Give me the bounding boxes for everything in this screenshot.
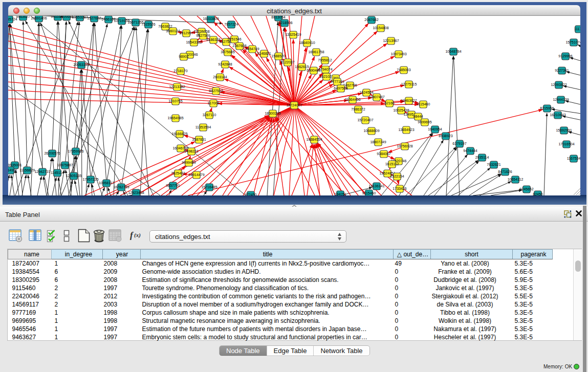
svg-text:16210643: 16210643 bbox=[550, 113, 565, 117]
svg-text:8471626: 8471626 bbox=[498, 170, 512, 173]
svg-text:15692991: 15692991 bbox=[556, 128, 572, 132]
svg-text:26206576: 26206576 bbox=[44, 151, 60, 155]
svg-text:12275115: 12275115 bbox=[401, 82, 417, 86]
svg-text:15716485: 15716485 bbox=[201, 185, 217, 189]
svg-text:9115460: 9115460 bbox=[417, 102, 430, 106]
svg-text:18300295: 18300295 bbox=[265, 112, 280, 115]
svg-text:9227341: 9227341 bbox=[555, 69, 569, 72]
svg-text:12093822: 12093822 bbox=[551, 83, 567, 86]
svg-text:17957225: 17957225 bbox=[82, 178, 98, 181]
svg-text:19218506: 19218506 bbox=[276, 21, 292, 25]
svg-text:98444: 98444 bbox=[413, 115, 423, 118]
svg-text:15720407: 15720407 bbox=[357, 118, 373, 122]
svg-text:1527602: 1527602 bbox=[87, 16, 101, 20]
svg-text:10154808: 10154808 bbox=[373, 26, 388, 30]
svg-text:16914479: 16914479 bbox=[188, 173, 204, 177]
svg-text:10958117: 10958117 bbox=[99, 181, 115, 185]
svg-text:11353594: 11353594 bbox=[195, 125, 211, 129]
svg-text:20053346: 20053346 bbox=[73, 63, 89, 67]
svg-text:11156829: 11156829 bbox=[19, 168, 35, 172]
svg-text:7857224: 7857224 bbox=[224, 23, 238, 26]
svg-text:10025438: 10025438 bbox=[393, 108, 409, 112]
svg-text:9474444: 9474444 bbox=[463, 149, 477, 152]
svg-text:7515526: 7515526 bbox=[141, 23, 155, 26]
svg-text:7955812: 7955812 bbox=[318, 58, 332, 62]
svg-text:62160: 62160 bbox=[384, 101, 395, 105]
svg-text:1167534: 1167534 bbox=[567, 157, 580, 160]
svg-text:5498222: 5498222 bbox=[184, 149, 198, 153]
svg-text:9857791: 9857791 bbox=[166, 184, 180, 187]
svg-text:1145114: 1145114 bbox=[51, 171, 64, 174]
svg-text:21364456: 21364456 bbox=[344, 98, 360, 101]
svg-text:3587831: 3587831 bbox=[192, 138, 206, 141]
svg-text:2718170: 2718170 bbox=[173, 69, 187, 73]
svg-text:13654923: 13654923 bbox=[398, 128, 414, 132]
svg-text:6497508: 6497508 bbox=[334, 86, 347, 90]
svg-text:12213382: 12213382 bbox=[169, 85, 185, 89]
svg-text:15751074: 15751074 bbox=[565, 40, 580, 44]
svg-text:8427512: 8427512 bbox=[209, 89, 223, 93]
svg-text:18807249: 18807249 bbox=[370, 140, 386, 144]
svg-text:2603144: 2603144 bbox=[213, 75, 227, 79]
svg-text:6379197: 6379197 bbox=[452, 142, 466, 145]
svg-text:2367608: 2367608 bbox=[232, 44, 246, 48]
svg-text:2751546: 2751546 bbox=[227, 37, 241, 41]
svg-text:10648784: 10648784 bbox=[445, 50, 461, 53]
svg-text:9115460: 9115460 bbox=[362, 191, 376, 195]
svg-text:9099489: 9099489 bbox=[182, 161, 195, 164]
svg-text:117008: 117008 bbox=[208, 101, 220, 105]
svg-text:9245652: 9245652 bbox=[519, 187, 533, 191]
svg-text:1640954: 1640954 bbox=[428, 127, 442, 131]
svg-text:6794074: 6794074 bbox=[318, 68, 332, 71]
svg-text:11172: 11172 bbox=[574, 27, 580, 31]
svg-text:1733426: 1733426 bbox=[393, 187, 406, 190]
svg-text:3912957: 3912957 bbox=[179, 31, 193, 35]
svg-text:f: f bbox=[130, 230, 134, 240]
svg-text:9129996: 9129996 bbox=[558, 54, 572, 58]
svg-text:9699695: 9699695 bbox=[418, 120, 431, 124]
svg-text:7485003: 7485003 bbox=[397, 68, 410, 72]
svg-text:19756928: 19756928 bbox=[397, 144, 412, 148]
svg-text:9384067: 9384067 bbox=[377, 152, 390, 156]
svg-text:12505135: 12505135 bbox=[66, 174, 81, 178]
svg-text:8186328: 8186328 bbox=[206, 38, 220, 41]
svg-text:10807487: 10807487 bbox=[368, 95, 384, 99]
svg-text:8813054: 8813054 bbox=[271, 16, 285, 19]
svg-text:8938923: 8938923 bbox=[439, 134, 452, 138]
svg-text:10973493: 10973493 bbox=[390, 52, 406, 56]
svg-text:9914911: 9914911 bbox=[8, 168, 17, 172]
svg-text:10688609: 10688609 bbox=[363, 129, 379, 133]
svg-text:8454749: 8454749 bbox=[245, 47, 259, 51]
svg-text:12923468: 12923468 bbox=[128, 191, 144, 194]
svg-text:14136141: 14136141 bbox=[368, 184, 384, 188]
svg-text:12444139: 12444139 bbox=[553, 98, 569, 101]
svg-text:9242848: 9242848 bbox=[218, 62, 232, 66]
svg-text:7632621: 7632621 bbox=[487, 163, 500, 166]
svg-text:10463627: 10463627 bbox=[401, 99, 417, 102]
svg-text:12942737: 12942737 bbox=[34, 170, 50, 173]
svg-text:82450: 82450 bbox=[533, 192, 543, 195]
svg-text:7986372: 7986372 bbox=[351, 107, 365, 111]
svg-text:1588520: 1588520 bbox=[271, 54, 285, 58]
svg-text:1624554: 1624554 bbox=[359, 91, 373, 94]
svg-text:1010755: 1010755 bbox=[168, 99, 182, 103]
svg-text:1562615: 1562615 bbox=[295, 65, 309, 69]
svg-text:972450: 972450 bbox=[245, 193, 256, 195]
svg-text:9777169: 9777169 bbox=[330, 80, 344, 83]
svg-text:9935001: 9935001 bbox=[8, 163, 22, 167]
svg-text:9827509: 9827509 bbox=[196, 34, 210, 37]
svg-text:184051: 184051 bbox=[334, 192, 346, 195]
svg-text:98901: 98901 bbox=[179, 55, 189, 58]
svg-text:1621022: 1621022 bbox=[319, 75, 333, 78]
svg-text:19166825: 19166825 bbox=[171, 132, 187, 136]
svg-text:16782759: 16782759 bbox=[113, 185, 129, 189]
svg-text:16543362: 16543362 bbox=[186, 40, 202, 44]
svg-text:18724007: 18724007 bbox=[286, 103, 302, 107]
svg-text:19384554: 19384554 bbox=[306, 138, 322, 141]
svg-text:19654985: 19654985 bbox=[167, 116, 183, 120]
svg-text:17359926: 17359926 bbox=[68, 149, 83, 153]
svg-text:9146821: 9146821 bbox=[257, 52, 271, 55]
svg-text:18640910: 18640910 bbox=[299, 41, 315, 45]
svg-text:16961758: 16961758 bbox=[308, 50, 324, 54]
svg-text:3875685: 3875685 bbox=[221, 50, 234, 54]
